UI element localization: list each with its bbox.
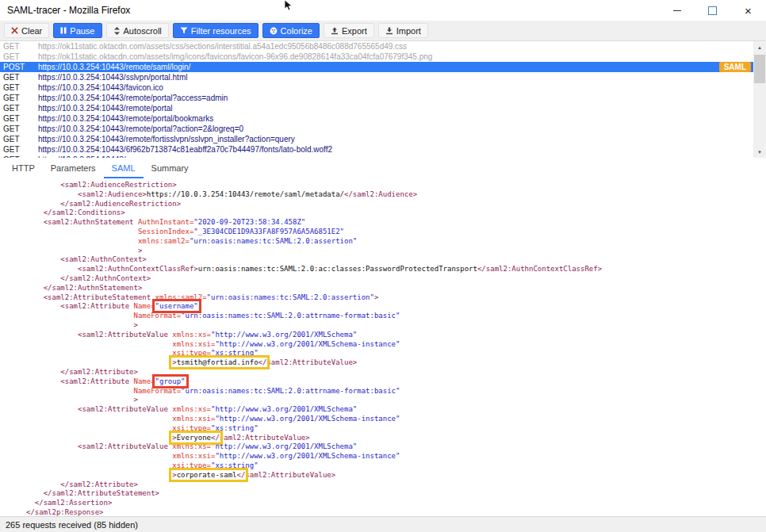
request-url: https://10.0.3.254:10443/remote/portal?a… — [38, 94, 228, 102]
status-bar: 265 requests received (85 hidden) — [0, 516, 766, 532]
request-method: GET — [0, 83, 38, 92]
xml-line: xsi:type="xs:string" — [26, 461, 766, 471]
xml-line: NameFormat="urn:oasis:names:tc:SAML:2.0:… — [26, 312, 766, 321]
toolbar-button-label: Clear — [21, 26, 42, 36]
request-method: GET — [0, 52, 38, 61]
yellow-highlight-box: >tsmith@fortiad.info</ — [172, 358, 266, 366]
toolbar-button-label: Filter resources — [191, 26, 251, 36]
mouse-cursor-icon — [284, 0, 293, 14]
filter-resources-button[interactable]: Filter resources — [173, 23, 259, 38]
xml-line: </saml2:AttributeStatement> — [26, 489, 766, 499]
xml-line: SessionIndex="_3E304CDE1D9A33FA8F957A6A5… — [26, 228, 766, 237]
scrollbar-thumb[interactable] — [754, 55, 765, 83]
xml-line: <saml2:Attribute Name="username" — [26, 302, 766, 312]
request-url: https://ok11static.oktacdn.com/assets/im… — [38, 52, 432, 61]
xml-line: <saml2:AttributeValue xmlns:xs="http://w… — [26, 442, 766, 452]
request-row[interactable]: GEThttps://10.0.3.254:10443/6f962b713874… — [0, 144, 753, 155]
red-highlight-box: "username" — [155, 302, 198, 310]
xml-line: <saml2:AuthnContextClassRef>urn:oasis:na… — [26, 265, 766, 274]
request-list: GEThttps://ok11static.oktacdn.com/assets… — [0, 41, 766, 158]
scroll-down-icon[interactable]: ▼ — [753, 146, 766, 158]
request-url: https://ok11static.oktacdn.com/assets/cs… — [38, 42, 407, 51]
request-method: GET — [0, 114, 38, 123]
colorize-button[interactable]: Colorize — [262, 23, 320, 38]
request-url: https://10.0.3.254:10443/remote/portal?a… — [38, 124, 243, 133]
xml-line: <saml2:Attribute Name="group" — [26, 377, 766, 387]
request-url: https://10.0.3.254:10443/remote/fortissl… — [38, 135, 295, 144]
export-button[interactable]: Export — [324, 23, 374, 38]
xml-line: </saml2:Assertion> — [26, 499, 766, 508]
request-method: GET — [0, 42, 38, 51]
minimize-button[interactable] — [659, 0, 695, 21]
request-row[interactable]: GEThttps://ok11static.oktacdn.com/assets… — [0, 41, 753, 52]
request-row[interactable]: GEThttps://10.0.3.254:10443/remote/forti… — [0, 134, 753, 144]
request-url: https://10.0.3.254:10443/favicon.ico — [38, 83, 163, 92]
autoscroll-button[interactable]: Autoscroll — [106, 23, 169, 38]
request-row[interactable]: GEThttps://10.0.3.254:10443/remote/porta… — [0, 124, 753, 134]
xml-line: > — [26, 321, 766, 331]
xml-line: xsi:type="xs:string" — [26, 349, 766, 358]
yellow-highlight-box: >Everyone</ — [172, 434, 220, 442]
xml-line: </saml2:Attribute> — [26, 368, 766, 377]
saml-xml-pane: <saml2:AudienceRestriction> <saml2:Audie… — [0, 178, 766, 520]
xml-line: <saml2:AttributeValue xmlns:xs="http://w… — [26, 331, 766, 340]
request-row[interactable]: GEThttps://10.0.3.254:10443/sslvpn/porta… — [0, 72, 753, 82]
xml-line: xmlns:xsi="http://www.w3.org/2001/XMLSch… — [26, 415, 766, 424]
request-url: https://10.0.3.254:10443/remote/portal/b… — [38, 114, 213, 123]
request-row[interactable]: GEThttps://ok11static.oktacdn.com/assets… — [0, 52, 753, 62]
xml-line: </saml2:AuthnStatement> — [26, 284, 766, 293]
request-url: https://10.0.3.254:10443/ — [38, 155, 126, 158]
xml-line: <saml2:AttributeValue xmlns:xs="http://w… — [26, 405, 766, 415]
import-icon — [385, 27, 393, 35]
minimize-icon — [673, 10, 681, 11]
xml-line: NameFormat="urn:oasis:names:tc:SAML:2.0:… — [26, 387, 766, 396]
request-url: https://10.0.3.254:10443/6f962b713874c81… — [38, 145, 332, 154]
tab-summary[interactable]: Summary — [144, 158, 197, 178]
xml-line: </saml2:AudienceRestriction> — [26, 200, 766, 209]
tab-http[interactable]: HTTP — [4, 158, 43, 178]
toolbar-button-label: Import — [396, 26, 421, 36]
request-row[interactable]: POSThttps://10.0.3.254:10443/remote/saml… — [0, 62, 753, 72]
clear-icon — [11, 27, 18, 34]
xml-line: <saml2:AuthnContext> — [26, 255, 766, 265]
request-method: POST — [0, 63, 38, 71]
import-button[interactable]: Import — [378, 23, 428, 38]
request-row[interactable]: GEThttps://10.0.3.254:10443/favicon.ico — [0, 82, 753, 93]
request-url: https://10.0.3.254:10443/remote/portal — [38, 104, 173, 113]
request-method: GET — [0, 94, 38, 102]
tab-parameters[interactable]: Parameters — [43, 158, 104, 178]
pause-button[interactable]: Pause — [53, 23, 101, 38]
clear-button[interactable]: Clear — [4, 23, 49, 38]
request-row[interactable]: GEThttps://10.0.3.254:10443/remote/porta… — [0, 103, 753, 113]
red-highlight-box: "group" — [155, 377, 186, 385]
maximize-icon — [708, 6, 717, 15]
xml-line: xmlns:saml2="urn:oasis:names:tc:SAML:2.0… — [26, 237, 766, 247]
xml-line: <saml2:Audience>https://10.0.3.254:10443… — [26, 190, 766, 200]
xml-line: </saml2:Attribute> — [26, 480, 766, 490]
xml-line: >corporate-saml</saml2:AttributeValue> — [26, 471, 766, 480]
yellow-highlight-box: >corporate-saml</ — [172, 471, 245, 479]
request-row[interactable]: GEThttps://10.0.3.254:10443/ — [0, 155, 753, 158]
request-list-scrollbar[interactable]: ▲ ▼ — [753, 41, 766, 158]
toolbar-button-label: Colorize — [281, 26, 312, 36]
autoscroll-icon — [113, 27, 121, 35]
close-button[interactable]: × — [730, 0, 766, 21]
xml-line: <saml2:AttributeStatement xmlns:saml2="u… — [26, 293, 766, 303]
request-url: https://10.0.3.254:10443/sslvpn/portal.h… — [38, 73, 187, 82]
titlebar: SAML-tracer - Mozilla Firefox × — [0, 0, 766, 21]
tab-saml[interactable]: SAML — [104, 158, 144, 178]
toolbar-button-label: Pause — [70, 26, 94, 36]
scroll-up-icon[interactable]: ▲ — [753, 41, 766, 53]
request-method: GET — [0, 73, 38, 82]
request-row[interactable]: GEThttps://10.0.3.254:10443/remote/porta… — [0, 93, 753, 103]
xml-line: xmlns:xsi="http://www.w3.org/2001/XMLSch… — [26, 340, 766, 350]
toolbar-button-label: Autoscroll — [124, 26, 162, 36]
request-method: GET — [0, 124, 38, 133]
xml-line: >tsmith@fortiad.info</saml2:AttributeVal… — [26, 358, 766, 368]
export-icon — [331, 27, 339, 35]
window-controls: × — [659, 0, 766, 21]
maximize-button[interactable] — [695, 0, 730, 21]
xml-line: </saml2:Conditions> — [26, 209, 766, 218]
request-row[interactable]: GEThttps://10.0.3.254:10443/remote/porta… — [0, 113, 753, 124]
request-method: GET — [0, 104, 38, 113]
